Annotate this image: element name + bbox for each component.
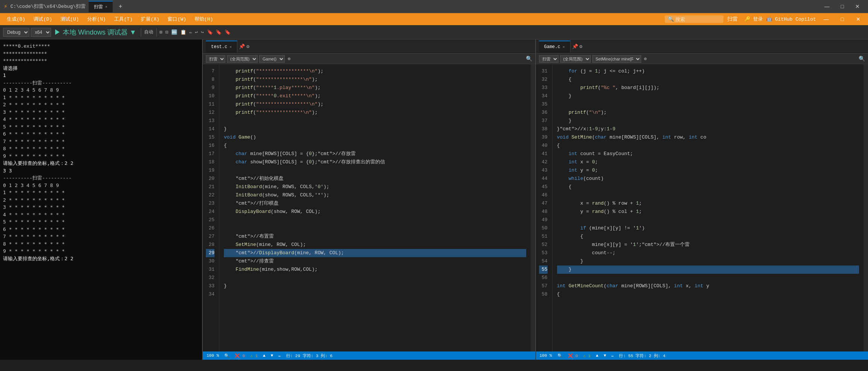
left-scope-select[interactable]: 扫雷 — [206, 55, 225, 63]
left-edit-icon[interactable]: ✏ — [278, 353, 281, 358]
left-split-icon[interactable]: ⚙ — [246, 44, 249, 50]
menu-extend[interactable]: 扩展(X) — [137, 14, 163, 24]
terminal-line: 6 * * * * * * * * * * — [3, 130, 199, 138]
search-input[interactable] — [675, 17, 720, 22]
toolbar-icons: ⊞ ⊟ 🔤 📋 ✏️ ↩ ↪ 🔖 🔖 🔖 — [160, 29, 231, 35]
menu-analyze[interactable]: 分析(N) — [83, 14, 109, 24]
right-split-icon[interactable]: ⚙ — [580, 44, 583, 50]
right-code-content[interactable]: for (j = 1; j <= col; j++) { printf("%c … — [553, 64, 864, 351]
left-tab-close-icon[interactable]: ✕ — [229, 45, 232, 49]
github-copilot-label[interactable]: 🤖 GitHub Copilot — [766, 16, 816, 22]
terminal-line: *****0.exit***** — [3, 42, 199, 50]
minimize-button[interactable]: — — [820, 2, 834, 11]
terminal-line: ----------扫雷---------- — [3, 79, 199, 87]
search-icon: 🔍 — [668, 16, 674, 22]
terminal-line: 7 * * * * * * * * * * — [3, 233, 199, 240]
add-tab-button[interactable]: + — [116, 2, 125, 11]
terminal-line: 8 * * * * * * * * * * — [3, 240, 199, 248]
maximize-button[interactable]: □ — [836, 2, 848, 11]
right-fn-select[interactable]: SetMine(char mine[R — [592, 55, 641, 63]
menu-min-button[interactable]: — — [819, 15, 833, 24]
right-editor-body[interactable]: 3132333435363738394041424344454647484950… — [536, 64, 868, 351]
title-bar-left: ⚡ C:\code\扫雷\x64\Debug\扫雷 扫雷 ✕ + — [4, 1, 820, 12]
left-range-select[interactable]: (全局范围) — [227, 55, 258, 63]
left-pane-icon[interactable]: 📌 — [239, 44, 245, 50]
menu-tools[interactable]: 工具(T) — [110, 14, 136, 24]
left-search-icon[interactable]: 🔍 — [526, 56, 532, 62]
left-status-bar: 100 % 🔍 ❌ 0 ⚠ 1 ▲ ▼ ✏ 行: 29 字符: 3 列: 6 — [203, 351, 535, 360]
left-editor-toolbar: 扫雷 (全局范围) Game() ⊕ 🔍 — [203, 54, 535, 64]
right-toolbar-add-icon[interactable]: ⊕ — [644, 56, 647, 62]
left-editor-pane: test.c ✕ 📌 ⚙ 扫雷 (全局范围) Game() — [203, 39, 536, 360]
run-button[interactable]: ▶ 本地 Windows 调试器 ▼ — [53, 28, 138, 37]
terminal-panel[interactable]: *****0.exit*****************************… — [0, 39, 203, 360]
right-editor-toolbar: 扫雷 (全局范围) SetMine(char mine[R ⊕ 🔍 — [536, 54, 868, 64]
left-nav-up[interactable]: ▲ — [263, 353, 266, 358]
right-scrollbar[interactable] — [863, 64, 868, 351]
right-pane-icon[interactable]: 📌 — [572, 44, 578, 50]
menu-close-button[interactable]: ✕ — [851, 15, 865, 24]
right-nav-up[interactable]: ▲ — [596, 353, 599, 358]
app-icon: ⚡ — [4, 3, 8, 10]
left-search-icon2[interactable]: 🔍 — [224, 353, 229, 358]
close-button[interactable]: ✕ — [851, 2, 864, 11]
tab-close-icon[interactable]: ✕ — [105, 5, 107, 9]
menu-help[interactable]: 帮助(H) — [191, 14, 217, 24]
terminal-line: 2 * * * * * * * * * * — [3, 101, 199, 109]
terminal-line: 3 3 — [3, 167, 199, 175]
right-tab-gamec[interactable]: Game.c ✕ — [539, 41, 571, 53]
left-nav-down[interactable]: ▼ — [271, 353, 273, 358]
left-tab-label: test.c — [211, 44, 227, 50]
left-editor-body[interactable]: 7891011121314151617181920212223242526272… — [203, 64, 535, 351]
menu-generate[interactable]: 生成(B) — [3, 14, 29, 24]
right-scope-select[interactable]: 扫雷 — [539, 55, 559, 63]
right-row-col: 行: 55 字符: 2 列: 4 — [619, 353, 665, 359]
right-range-select[interactable]: (全局范围) — [560, 55, 591, 63]
right-line-numbers: 3132333435363738394041424344454647484950… — [536, 64, 553, 351]
main-tab[interactable]: 扫雷 ✕ — [89, 1, 113, 12]
terminal-line: 请选择 — [3, 65, 199, 72]
terminal-line: 9 * * * * * * * * * * — [3, 247, 199, 255]
menu-window[interactable]: 窗口(W) — [164, 14, 190, 24]
left-error-badge: ❌ 0 — [235, 353, 245, 358]
title-bar: ⚡ C:\code\扫雷\x64\Debug\扫雷 扫雷 ✕ + — □ ✕ — [0, 0, 868, 13]
left-fn-select[interactable]: Game() — [259, 55, 285, 63]
left-tab-bar: test.c ✕ 📌 ⚙ — [203, 39, 535, 54]
toolbar-sep-1 — [141, 28, 141, 36]
menu-max-button[interactable]: □ — [836, 15, 848, 24]
left-scrollbar[interactable] — [531, 64, 535, 351]
right-zoom: 100 % — [540, 353, 552, 358]
title-bar-right: — □ ✕ — [820, 2, 864, 11]
search-box[interactable]: 🔍 — [665, 15, 723, 23]
debug-mode-select[interactable]: Debug — [3, 28, 29, 37]
platform-select[interactable]: x64 — [31, 28, 51, 37]
right-nav-down[interactable]: ▼ — [604, 353, 606, 358]
terminal-line: 0 1 2 3 4 5 6 7 8 9 — [3, 86, 199, 94]
left-zoom: 100 % — [207, 353, 219, 358]
menu-bar: 生成(B) 调试(D) 测试(U) 分析(N) 工具(T) 扩展(X) 窗口(W… — [0, 13, 868, 25]
left-code-content[interactable]: printf("*****************\n"); printf("*… — [219, 64, 531, 351]
right-editor-pane: Game.c ✕ 📌 ⚙ 扫雷 (全局范围) SetMine(char mine… — [536, 39, 868, 360]
right-tab-close-icon[interactable]: ✕ — [563, 45, 565, 49]
left-tab-testc[interactable]: test.c ✕ — [206, 41, 237, 53]
left-toolbar-add-icon[interactable]: ⊕ — [288, 56, 291, 62]
terminal-line: 8 * * * * * * * * * * — [3, 145, 199, 152]
toolbar: Debug x64 ▶ 本地 Windows 调试器 ▼ 自动 ⊞ ⊟ 🔤 📋 … — [0, 25, 868, 39]
title-path: C:\code\扫雷\x64\Debug\扫雷 — [11, 3, 86, 10]
editor-container: test.c ✕ 📌 ⚙ 扫雷 (全局范围) Game() — [203, 39, 868, 360]
right-search-icon[interactable]: 🔍 — [859, 56, 865, 62]
terminal-line: 1 — [3, 72, 199, 79]
auto-label: 自动 — [144, 29, 153, 35]
menu-debug[interactable]: 调试(D) — [30, 14, 56, 24]
login-button[interactable]: 🔑 登录 — [744, 16, 763, 23]
terminal-line: 3 * * * * * * * * * * — [3, 204, 199, 211]
terminal-line: 6 * * * * * * * * * * — [3, 226, 199, 233]
right-edit-icon[interactable]: ✏ — [611, 353, 614, 358]
editors-area: test.c ✕ 📌 ⚙ 扫雷 (全局范围) Game() — [203, 39, 868, 360]
terminal-line: 9 * * * * * * * * * * — [3, 152, 199, 160]
menu-test[interactable]: 测试(U) — [57, 14, 83, 24]
right-search-icon2[interactable]: 🔍 — [557, 353, 563, 358]
terminal-line: *************** — [3, 57, 199, 65]
menu-right: 🔑 登录 🤖 GitHub Copilot — □ ✕ — [744, 15, 865, 24]
terminal-line: 5 * * * * * * * * * * — [3, 218, 199, 226]
